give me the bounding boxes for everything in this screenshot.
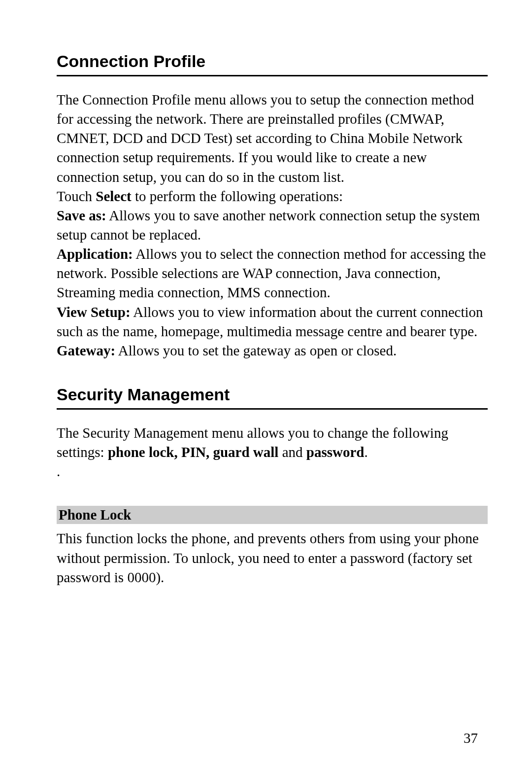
application-line: Application: Allows you to select the co… bbox=[57, 245, 488, 302]
phone-lock-subheading: Phone Lock bbox=[57, 506, 488, 524]
connection-profile-heading: Connection Profile bbox=[57, 52, 488, 76]
application-label: Application: bbox=[57, 246, 133, 262]
security-intro-mid: and bbox=[278, 444, 306, 460]
view-setup-label: View Setup: bbox=[57, 304, 131, 320]
view-setup-line: View Setup: Allows you to view informati… bbox=[57, 303, 488, 341]
touch-select-line: Touch Select to perform the following op… bbox=[57, 187, 488, 206]
touch-suffix: to perform the following operations: bbox=[132, 188, 343, 204]
save-as-line: Save as: Allows you to save another netw… bbox=[57, 206, 488, 245]
security-intro-bold2: password bbox=[306, 444, 365, 460]
gateway-text: Allows you to set the gateway as open or… bbox=[115, 343, 397, 358]
save-as-text: Allows you to save another network conne… bbox=[57, 208, 480, 243]
connection-profile-body: The Connection Profile menu allows you t… bbox=[57, 90, 488, 360]
save-as-label: Save as: bbox=[57, 208, 106, 223]
stray-dot: . bbox=[57, 462, 488, 481]
touch-select-bold: Select bbox=[96, 188, 131, 204]
security-management-body: The Security Management menu allows you … bbox=[57, 423, 488, 481]
phone-lock-text: This function locks the phone, and preve… bbox=[57, 529, 488, 587]
page-number: 37 bbox=[464, 730, 478, 746]
touch-prefix: Touch bbox=[57, 188, 96, 204]
security-intro-bold: phone lock, PIN, guard wall bbox=[108, 444, 278, 460]
security-intro-suffix: . bbox=[364, 444, 367, 460]
gateway-line: Gateway: Allows you to set the gateway a… bbox=[57, 341, 488, 360]
security-management-heading: Security Management bbox=[57, 385, 488, 410]
security-intro: The Security Management menu allows you … bbox=[57, 423, 488, 462]
gateway-label: Gateway: bbox=[57, 343, 115, 358]
connection-profile-intro: The Connection Profile menu allows you t… bbox=[57, 90, 488, 187]
